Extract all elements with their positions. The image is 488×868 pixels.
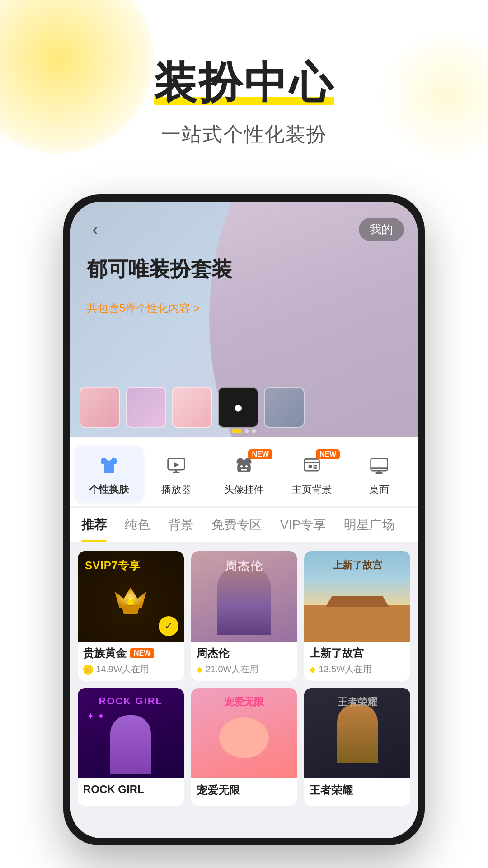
thumb-1[interactable]	[80, 387, 120, 428]
svg-point-5	[240, 465, 243, 468]
skin-users-zjl: ◆ 21.0W人在用	[197, 663, 292, 675]
cat-label-avatar: 头像挂件	[224, 483, 264, 496]
pet-banner-text: 宠爱无限	[224, 695, 264, 709]
skin-name-noble-gold: 贵族黄金 NEW	[83, 646, 178, 660]
skin-card-palace[interactable]: 上新了故宫 上新了故宫	[304, 551, 410, 681]
phone-screen: ‹ 我的 郁可唯装扮套装 共包含5件个性化内容 > ●	[70, 202, 418, 838]
svg-point-6	[245, 465, 248, 468]
homebg-new-badge: NEW	[316, 449, 340, 459]
rock-banner-text: ROCK GIRL	[99, 695, 163, 707]
filter-free[interactable]: 免费专区	[211, 508, 262, 542]
thumb-3[interactable]	[172, 387, 212, 428]
skin-image-pet: 宠爱无限	[191, 688, 297, 778]
skin-info-zjl: 周杰伦 ◆ 21.0W人在用	[191, 642, 297, 681]
skin-image-wz: 王者荣耀	[304, 688, 410, 778]
svg-rect-4	[237, 463, 250, 472]
thumb-2[interactable]	[126, 387, 166, 428]
skin-image-rock: ROCK GIRL ✦ ✦	[78, 688, 184, 778]
skin-users-noble-gold: 🪙 14.9W人在用	[83, 663, 178, 675]
my-button[interactable]: 我的	[359, 218, 404, 241]
skin-name-zjl: 周杰伦	[197, 646, 292, 660]
avatar-new-badge: NEW	[248, 449, 272, 459]
skin-info-palace: 上新了故宫 ◆ 13.5W人在用	[304, 642, 410, 681]
svg-rect-9	[308, 465, 311, 468]
zjl-banner-text: 周杰伦	[225, 558, 263, 574]
svg-marker-17	[122, 605, 140, 614]
filter-star[interactable]: 明星广场	[344, 508, 394, 542]
palace-banner-text: 上新了故宫	[333, 558, 382, 572]
header-section: 装扮中心 一站式个性化装扮	[0, 0, 488, 148]
coin-icon-gold: 🪙	[83, 665, 93, 675]
filter-vip[interactable]: VIP专享	[280, 508, 326, 542]
page-title: 装扮中心	[154, 59, 334, 107]
cat-tab-skin[interactable]: 个性换肤	[75, 446, 143, 502]
svip-label: SVIP7专享	[85, 558, 141, 573]
thumb-5[interactable]	[264, 387, 305, 428]
skin-info-rock: ROCK GIRL	[78, 778, 184, 804]
shirt-icon	[96, 453, 122, 478]
skin-image-noble-gold: SVIP7专享	[78, 551, 184, 642]
banner-dots	[232, 429, 256, 433]
category-tabs: 个性换肤 播放器 NEW	[70, 437, 418, 506]
new-tag-noble-gold: NEW	[130, 648, 154, 658]
cat-tab-homebg[interactable]: NEW 主页背景	[278, 446, 346, 502]
skin-name-wz: 王者荣耀	[310, 783, 405, 797]
skin-image-zjl: 周杰伦	[191, 551, 297, 642]
skin-card-pet[interactable]: 宠爱无限 宠爱无限	[191, 688, 297, 806]
thumbnail-strip: ●	[80, 387, 305, 428]
skin-image-palace: 上新了故宫	[304, 551, 410, 642]
filter-tabs: 推荐 纯色 背景 免费专区 VIP专享 明星广场	[70, 508, 418, 542]
diamond-icon-zjl: ◆	[197, 665, 203, 675]
selected-check: ✓	[159, 616, 178, 636]
cat-tab-avatar[interactable]: NEW 头像挂件	[210, 446, 278, 502]
skin-name-palace: 上新了故宫	[310, 646, 405, 660]
skin-info-noble-gold: 贵族黄金 NEW 🪙 14.9W人在用	[78, 642, 184, 681]
desktop-icon	[366, 453, 392, 478]
skin-card-noble-gold[interactable]: SVIP7专享	[78, 551, 184, 681]
thumb-4[interactable]: ●	[218, 387, 258, 428]
anime-figure	[110, 715, 151, 774]
cat-tab-player[interactable]: 播放器	[143, 446, 211, 502]
wz-banner-text: 王者荣耀	[338, 695, 377, 709]
phone-frame: ‹ 我的 郁可唯装扮套装 共包含5件个性化内容 > ●	[63, 194, 425, 845]
cat-label-skin: 个性换肤	[89, 483, 129, 496]
hero-title: 郁可唯装扮套装	[87, 256, 232, 283]
play-icon	[164, 453, 189, 478]
hero-subtitle: 共包含5件个性化内容 >	[87, 301, 200, 316]
filter-solid[interactable]: 纯色	[125, 508, 150, 542]
skin-card-rock[interactable]: ROCK GIRL ✦ ✦ ROCK GIRL	[78, 688, 184, 806]
warrior-figure	[337, 704, 378, 763]
svg-marker-1	[174, 462, 180, 467]
skin-name-pet: 宠爱无限	[197, 783, 292, 797]
cat-label-player: 播放器	[161, 483, 191, 496]
phone-mockup: ‹ 我的 郁可唯装扮套装 共包含5件个性化内容 > ●	[63, 194, 425, 845]
palace-building	[304, 605, 410, 642]
filter-recommend[interactable]: 推荐	[81, 508, 107, 542]
skin-grid: SVIP7专享	[70, 542, 418, 815]
hero-banner: ‹ 我的 郁可唯装扮套装 共包含5件个性化内容 > ●	[70, 202, 418, 437]
svg-rect-7	[304, 459, 319, 471]
skin-info-wz: 王者荣耀	[304, 778, 410, 806]
skin-card-wz[interactable]: 王者荣耀 王者荣耀	[304, 688, 410, 806]
cat-tab-desktop[interactable]: 桌面	[345, 446, 413, 502]
pet-figure	[219, 717, 269, 758]
cat-label-desktop: 桌面	[369, 483, 389, 496]
skin-name-rock: ROCK GIRL	[83, 783, 178, 796]
filter-bg[interactable]: 背景	[168, 508, 193, 542]
skin-card-zjl[interactable]: 周杰伦 周杰伦 ◆ 21.0W人在用	[191, 551, 297, 681]
diamond-icon-palace: ◆	[310, 665, 316, 675]
page-subtitle: 一站式个性化装扮	[0, 121, 488, 148]
skin-info-pet: 宠爱无限	[191, 778, 297, 806]
skin-users-palace: ◆ 13.5W人在用	[310, 663, 405, 675]
cat-label-homebg: 主页背景	[292, 483, 332, 496]
back-button[interactable]: ‹	[84, 218, 107, 241]
